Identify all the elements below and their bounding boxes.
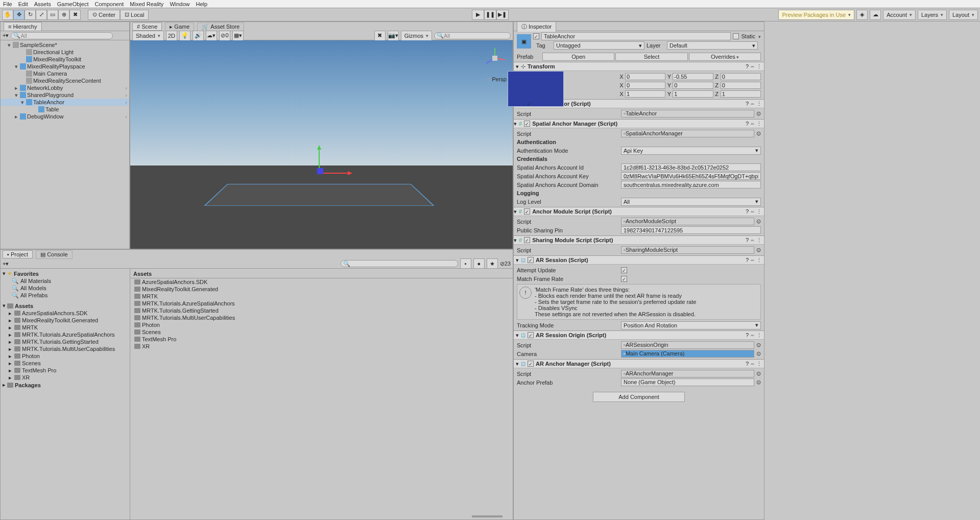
menu-assets[interactable]: Assets [34, 1, 51, 7]
asset-item[interactable]: MRTK.Tutorials.GettingStarted [130, 307, 513, 314]
menu-icon[interactable]: ⋮ [756, 63, 762, 70]
anchor-prefab-field[interactable]: None (Game Object) [621, 379, 754, 386]
play-button[interactable]: ▶ [472, 10, 484, 20]
project-tab[interactable]: ▪Project [3, 250, 33, 258]
asset-item[interactable]: Scenes [130, 328, 513, 336]
pos-z[interactable] [721, 73, 761, 80]
folder-item[interactable]: ▸XR [1, 374, 130, 381]
gameobject-icon[interactable]: ▣ [517, 34, 531, 49]
transform-header[interactable]: ▾⊹Transform?⎓⋮ [514, 62, 764, 71]
create-asset-dropdown[interactable]: +▾ [3, 261, 9, 267]
transform-tool[interactable]: ⊕ [58, 10, 69, 20]
favorite-item[interactable]: 🔍All Materials [1, 277, 130, 285]
static-checkbox[interactable] [733, 33, 739, 39]
folder-item[interactable]: ▸MRTK.Tutorials.AzureSpatialAnchors [1, 331, 130, 338]
move-tool[interactable]: ✥ [13, 10, 25, 20]
hierarchy-item[interactable]: ▾MixedRealityPlayspace [1, 63, 129, 70]
layer-dropdown[interactable]: Default▾ [667, 41, 758, 50]
rot-z[interactable] [721, 82, 761, 89]
project-search[interactable]: 🔍 [341, 260, 458, 267]
ar-origin-enabled[interactable] [528, 332, 534, 338]
folder-item[interactable]: ▸MixedRealityToolkit.Generated [1, 317, 130, 324]
game-tab[interactable]: ▸Game [165, 22, 194, 31]
hierarchy-item[interactable]: MixedRealityToolkit [1, 56, 129, 63]
debug-window-object[interactable] [508, 71, 564, 107]
menu-window[interactable]: Window [170, 1, 189, 7]
preset-icon[interactable]: ⎓ [751, 63, 754, 70]
hierarchy-tab[interactable]: ≡Hierarchy [4, 22, 42, 31]
cloud-icon[interactable]: ☁ [870, 10, 881, 20]
asset-item[interactable]: TextMesh Pro [130, 336, 513, 343]
rot-x[interactable] [625, 82, 665, 89]
rot-y[interactable] [673, 82, 713, 89]
sharing-enabled[interactable] [524, 237, 530, 243]
account-key-field[interactable] [621, 172, 761, 180]
pivot-local[interactable]: ⊡Local [120, 10, 149, 20]
rotate-tool[interactable]: ↻ [25, 10, 36, 20]
menu-file[interactable]: File [3, 1, 12, 7]
layout-dropdown[interactable]: Layout [949, 10, 978, 20]
tag-dropdown[interactable]: Untagged▾ [554, 41, 644, 50]
asset-item[interactable]: AzureSpatialAnchors.SDK [130, 278, 513, 286]
menu-edit[interactable]: Edit [18, 1, 28, 7]
project-folder-tree[interactable]: ▾★Favorites 🔍All Materials🔍All Models🔍Al… [1, 269, 130, 519]
sharing-pin-field[interactable] [621, 226, 761, 234]
asset-store-tab[interactable]: 🛒Asset Store [197, 22, 244, 31]
ar-anchor-header[interactable]: ▾⊡AR Anchor Manager (Script)?⎓⋮ [514, 360, 764, 368]
audio-toggle[interactable]: 🔊 [193, 31, 204, 41]
tools-icon[interactable]: ✖ [374, 31, 386, 41]
scale-y[interactable] [673, 90, 713, 98]
menu-gameobject[interactable]: GameObject [57, 1, 89, 7]
hierarchy-item[interactable]: ▾SampleScene* [1, 41, 129, 49]
attempt-update-checkbox[interactable] [621, 267, 627, 273]
account-id-field[interactable] [621, 163, 761, 171]
scene-tab[interactable]: #Scene [132, 22, 162, 31]
prefab-open[interactable]: Open [542, 53, 614, 61]
object-picker-icon[interactable]: ⊙ [756, 130, 761, 137]
favorite-search-icon[interactable]: ● [473, 258, 485, 269]
hierarchy-item[interactable]: Table [1, 106, 129, 113]
anchor-module-header[interactable]: ▾#Anchor Module Script (Script)?⎓⋮ [513, 207, 764, 216]
console-tab[interactable]: ▤Console [36, 250, 72, 259]
folder-item[interactable]: ▸AzureSpatialAnchors.SDK [1, 310, 130, 317]
scale-z[interactable] [721, 90, 761, 98]
folder-item[interactable]: ▸Scenes [1, 360, 130, 367]
folder-item[interactable]: ▸TextMesh Pro [1, 367, 130, 374]
hierarchy-item[interactable]: ▾SharedPlayground› [1, 91, 129, 99]
packages-header[interactable]: ▸Packages [1, 381, 130, 389]
hierarchy-item[interactable]: ▸NetworkLobby› [1, 84, 129, 91]
thumbnail-size-slider[interactable] [472, 515, 503, 517]
pause-button[interactable]: ❚❚ [484, 10, 496, 20]
asset-item[interactable]: MixedRealityToolkit.Generated [130, 286, 513, 293]
layers-dropdown[interactable]: Layers [918, 10, 947, 20]
object-picker-icon[interactable]: ⊙ [756, 110, 761, 117]
favorite-item[interactable]: 🔍All Models [1, 285, 130, 292]
asset-item[interactable]: MRTK.Tutorials.AzureSpatialAnchors [130, 300, 513, 307]
hidden-toggle[interactable]: ⊘0 [219, 31, 230, 41]
menu-help[interactable]: Help [196, 1, 208, 7]
rect-tool[interactable]: ▭ [47, 10, 58, 20]
filter-icon[interactable]: ▪ [460, 258, 471, 269]
asset-item[interactable]: MRTK [130, 293, 513, 300]
scale-x[interactable] [625, 90, 665, 98]
asset-item[interactable]: MRTK.Tutorials.MultiUserCapabilities [130, 314, 513, 321]
grid-toggle[interactable]: ▦▾ [232, 31, 244, 41]
gizmos-dropdown[interactable]: Gizmos [401, 31, 432, 41]
ar-anchor-enabled[interactable] [528, 361, 534, 367]
assets-header[interactable]: ▾Assets [1, 302, 130, 310]
menu-mixed-reality[interactable]: Mixed Reality [130, 1, 163, 7]
add-component-button[interactable]: Add Component [593, 392, 685, 402]
hierarchy-search[interactable]: 🔍All [11, 32, 113, 39]
inspector-tab[interactable]: ⓘInspector [517, 21, 556, 32]
camera-field[interactable]: ▫Main Camera (Camera) [621, 350, 754, 358]
hierarchy-item[interactable]: MixedRealitySceneContent [1, 77, 129, 84]
folder-item[interactable]: ▸Photon [1, 352, 130, 360]
help-icon[interactable]: ? [746, 63, 749, 70]
pos-y[interactable] [673, 73, 713, 80]
folder-item[interactable]: ▸MRTK.Tutorials.MultiUserCapabilities [1, 345, 130, 352]
2d-toggle[interactable]: 2D [166, 31, 177, 41]
custom-tool[interactable]: ✖ [69, 10, 81, 20]
folder-item[interactable]: ▸MRTK.Tutorials.GettingStarted [1, 338, 130, 345]
account-dropdown[interactable]: Account [883, 10, 916, 20]
light-toggle[interactable]: 💡 [179, 31, 190, 41]
